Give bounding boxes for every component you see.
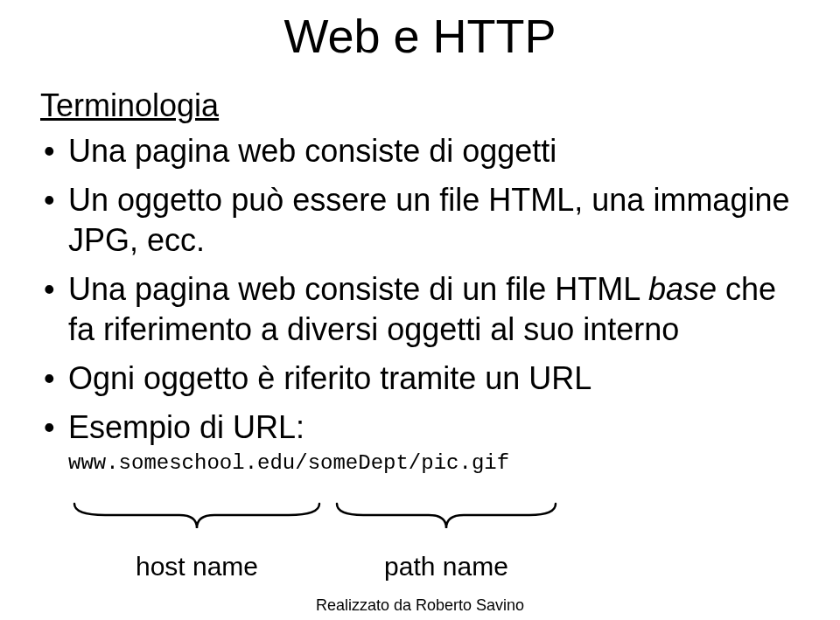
bullet-text: Ogni oggetto è riferito tramite un URL xyxy=(68,360,592,396)
brace-row: host name path name xyxy=(70,499,805,604)
url-example: www.someschool.edu/someDept/pic.gif xyxy=(68,450,805,477)
host-name-label: host name xyxy=(70,552,324,582)
slide: Web e HTTP Terminologia Una pagina web c… xyxy=(0,0,840,620)
list-item: Ogni oggetto è riferito tramite un URL xyxy=(44,359,805,399)
list-item: Una pagina web consiste di un file HTML … xyxy=(44,269,805,350)
page-title: Web e HTTP xyxy=(35,9,805,63)
bullet-text-italic: base xyxy=(648,271,717,307)
brace-path xyxy=(332,499,560,534)
footer-credit: Realizzato da Roberto Savino xyxy=(0,596,840,615)
list-item: Esempio di URL: www.someschool.edu/someD… xyxy=(44,408,805,477)
list-item: Una pagina web consiste di oggetti xyxy=(44,131,805,171)
bullet-list: Una pagina web consiste di oggetti Un og… xyxy=(35,131,805,477)
bullet-text: Un oggetto può essere un file HTML, una … xyxy=(68,182,789,258)
bullet-text: Una pagina web consiste di oggetti xyxy=(68,133,556,169)
list-item: Un oggetto può essere un file HTML, una … xyxy=(44,180,805,261)
brace-host xyxy=(70,499,324,534)
bullet-text-pre: Una pagina web consiste di un file HTML xyxy=(68,271,648,307)
section-heading: Terminologia xyxy=(40,87,805,124)
bullet-text: Esempio di URL: xyxy=(68,409,304,445)
path-name-label: path name xyxy=(332,552,560,582)
